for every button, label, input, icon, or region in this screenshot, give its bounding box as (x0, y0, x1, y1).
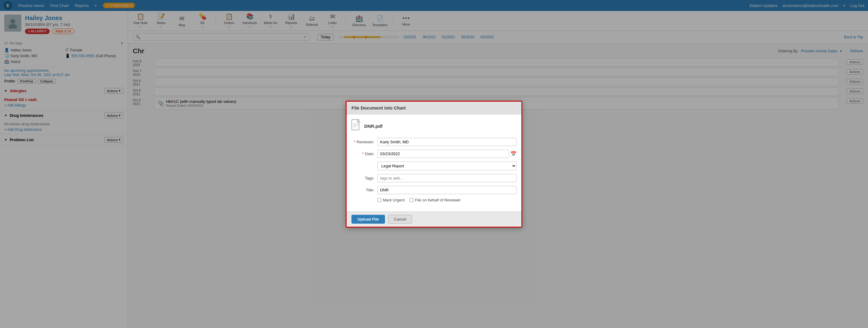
title-row: Title: (351, 186, 517, 194)
reviewer-input[interactable] (377, 138, 517, 146)
category-row: Legal Report Lab Report Imaging Other (351, 162, 517, 170)
modal-overlay[interactable]: File Document into Chart DNR.pdf * Revie… (0, 0, 868, 328)
checkboxes-row: Mark Urgent File on behalf of Reviewer (377, 198, 517, 202)
date-row: * Date: 📅 (351, 150, 517, 158)
tags-label: Tags: (351, 176, 374, 181)
modal-header: File Document into Chart (347, 102, 521, 114)
mark-urgent-checkbox[interactable]: Mark Urgent (377, 198, 405, 202)
file-name: DNR.pdf (364, 124, 382, 129)
file-document-icon (351, 119, 361, 133)
upload-file-button[interactable]: Upload File (351, 215, 385, 224)
modal-title: File Document into Chart (351, 105, 406, 110)
file-on-behalf-checkbox[interactable]: File on behalf of Reviewer (410, 198, 461, 202)
calendar-icon[interactable]: 📅 (510, 151, 517, 157)
tags-row: Tags: (351, 174, 517, 182)
file-on-behalf-label: File on behalf of Reviewer (415, 198, 461, 202)
mark-urgent-label: Mark Urgent (383, 198, 405, 202)
date-label: * Date: (351, 152, 374, 156)
mark-urgent-input[interactable] (377, 198, 381, 202)
file-icon-row: DNR.pdf (351, 119, 517, 133)
file-document-modal: File Document into Chart DNR.pdf * Revie… (346, 101, 522, 228)
modal-body: DNR.pdf * Reviewer: * Date: 📅 (347, 114, 521, 211)
date-input[interactable] (377, 150, 509, 158)
file-on-behalf-input[interactable] (410, 198, 413, 202)
cancel-button[interactable]: Cancel (388, 215, 412, 224)
category-select[interactable]: Legal Report Lab Report Imaging Other (377, 162, 517, 170)
modal-footer: Upload File Cancel (347, 211, 521, 227)
reviewer-row: * Reviewer: (351, 138, 517, 146)
title-input[interactable] (377, 186, 517, 194)
title-label: Title: (351, 188, 374, 192)
tags-input[interactable] (377, 174, 517, 182)
reviewer-label: * Reviewer: (351, 140, 374, 144)
date-input-wrap: 📅 (377, 150, 517, 158)
